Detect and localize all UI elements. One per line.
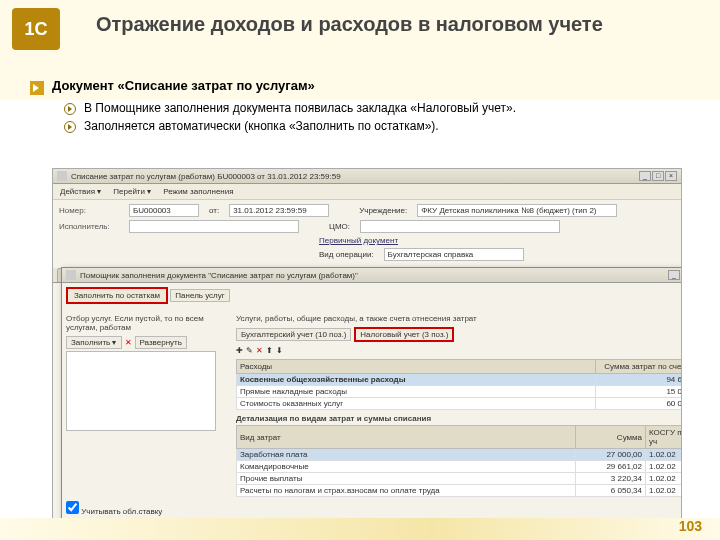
main-window-titlebar: Списание затрат по услугам (работам) БU0…	[53, 169, 681, 184]
executor-label: Исполнитель:	[59, 222, 119, 231]
detail-header: Детализация по видам затрат и суммы спис…	[236, 414, 682, 423]
app-screenshot: Списание затрат по услугам (работам) БU0…	[52, 168, 682, 526]
number-field[interactable]: БU000003	[129, 204, 199, 217]
rate-checkbox-label: Учитывать обл.ставку	[81, 507, 162, 516]
table-toolbar: ✚ ✎ ✕ ⬆ ⬇	[236, 344, 682, 357]
expenses-table[interactable]: РасходыСумма затрат по счету НУ Косвенны…	[236, 359, 682, 410]
table-row[interactable]: Косвенные общехозяйственные расходы	[237, 374, 596, 386]
date-field[interactable]: 31.01.2012 23:59:59	[229, 204, 329, 217]
expand-button[interactable]: Развернуть	[135, 336, 187, 349]
bullet-level2b: Заполняется автоматически (кнопка «Запол…	[84, 119, 439, 133]
logo: 1С	[12, 8, 60, 50]
circle-arrow-icon	[64, 103, 76, 115]
edit-icon[interactable]: ✎	[246, 346, 253, 355]
entered-field[interactable]: Бухгалтерская справка	[384, 248, 524, 261]
clear-icon[interactable]: ✕	[125, 338, 132, 347]
helper-minimize-button[interactable]: _	[668, 270, 680, 280]
primary-doc-link[interactable]: Первичный документ	[319, 236, 398, 245]
col-type: Вид затрат	[237, 426, 576, 449]
table-row[interactable]: Заработная плата	[237, 449, 576, 461]
fill-by-balance-button[interactable]: Заполнить по остаткам	[66, 287, 168, 304]
main-window-title: Списание затрат по услугам (работам) БU0…	[71, 172, 341, 181]
filter-label: Отбор услуг. Если пустой, то по всем усл…	[66, 314, 226, 332]
col-kosgu: КОСГУ по б/уч	[646, 426, 683, 449]
actions-menu[interactable]: Действия ▾	[57, 186, 104, 197]
slide-title: Отражение доходов и расходов в налоговом…	[96, 12, 603, 37]
up-icon[interactable]: ⬆	[266, 346, 273, 355]
maximize-button[interactable]: □	[652, 171, 664, 181]
mol-field[interactable]	[360, 220, 560, 233]
entered-label: Вид операции:	[319, 250, 374, 259]
down-icon[interactable]: ⬇	[276, 346, 283, 355]
service-filter-list[interactable]	[66, 351, 216, 431]
mol-label: ЦМО:	[329, 222, 350, 231]
col-sum: Сумма затрат по счету НУ	[596, 360, 683, 374]
main-toolbar: Действия ▾ Перейти ▾ Режим заполнения	[53, 184, 681, 200]
page-number: 103	[679, 518, 702, 534]
delete-icon[interactable]: ✕	[256, 346, 263, 355]
fill-dropdown[interactable]: Заполнить ▾	[66, 336, 122, 349]
number-label: Номер:	[59, 206, 119, 215]
table-row[interactable]: Стоимость оказанных услуг	[237, 398, 596, 410]
circle-arrow-icon	[64, 121, 76, 133]
table-row[interactable]: Расчеты по налогам и страх.взносам по оп…	[237, 485, 576, 497]
bullet-level1: Документ «Списание затрат по услугам»	[52, 78, 315, 93]
footer-decoration	[0, 518, 720, 540]
table-row[interactable]: Прямые накладные расходы	[237, 386, 596, 398]
add-icon[interactable]: ✚	[236, 346, 243, 355]
go-menu[interactable]: Перейти ▾	[110, 186, 154, 197]
executor-field[interactable]	[129, 220, 299, 233]
org-label: Учреждение:	[359, 206, 407, 215]
right-header: Услуги, работы, общие расходы, а также с…	[236, 314, 682, 323]
org-field[interactable]: ФКУ Детская поликлиника №8 (бюджет) (тип…	[417, 204, 617, 217]
bullet-list: Документ «Списание затрат по услугам» В …	[30, 78, 700, 137]
helper-maximize-button[interactable]: □	[681, 270, 682, 280]
table-row[interactable]: Прочие выплаты	[237, 473, 576, 485]
bullet-level2a: В Помощнике заполнения документа появила…	[84, 101, 516, 115]
rate-checkbox[interactable]	[66, 501, 79, 514]
helper-window-title: Помощник заполнения документа "Списание …	[80, 271, 358, 280]
minimize-button[interactable]: _	[639, 171, 651, 181]
fill-mode-button[interactable]: Режим заполнения	[160, 186, 236, 197]
bu-tab[interactable]: Бухгалтерский учет (10 поз.)	[236, 328, 351, 341]
nu-tab[interactable]: Налоговый учет (3 поз.)	[354, 327, 454, 342]
close-button[interactable]: ×	[665, 171, 677, 181]
col-amount: Сумма	[576, 426, 646, 449]
table-row[interactable]: Командировочные	[237, 461, 576, 473]
service-panel-button[interactable]: Панель услуг	[170, 289, 229, 302]
date-label: от:	[209, 206, 219, 215]
detail-table[interactable]: Вид затратСуммаКОСГУ по б/уч Заработная …	[236, 425, 682, 497]
doc-icon	[57, 171, 67, 181]
helper-window: Помощник заполнения документа "Списание …	[61, 267, 682, 521]
arrow-icon	[30, 81, 44, 95]
helper-icon	[66, 270, 76, 280]
col-expenses: Расходы	[237, 360, 596, 374]
